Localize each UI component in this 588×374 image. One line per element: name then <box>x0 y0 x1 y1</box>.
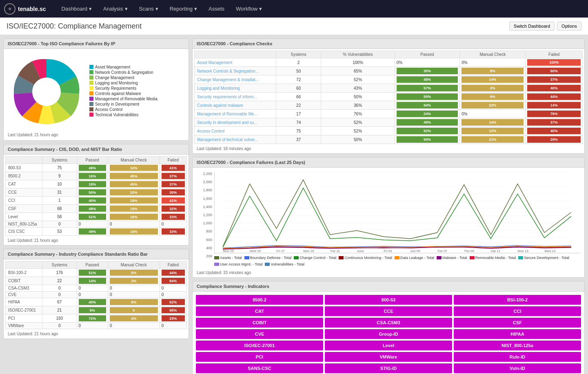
options-button[interactable]: Options <box>557 22 581 31</box>
legend-item: Access Control <box>89 107 184 112</box>
table-row: Logging and Monitoring 60 43% 57% 2% 40% <box>195 84 583 93</box>
indicator-button[interactable]: CVE <box>196 329 323 339</box>
svg-text:Jun 05: Jun 05 <box>410 249 420 253</box>
table-row: Asset Management 2 100% 0% 0% 100% <box>195 58 583 67</box>
table-row: CCI 1 40% 19% 41% <box>6 197 187 205</box>
industry-last-updated: Last Updated: 21 hours ago <box>4 331 189 339</box>
pie-chart-title: ISO/IEC27000 - Top ISO Compliance Failur… <box>4 39 189 49</box>
table-row: 800-53 75 49% 10% 41% <box>6 164 187 172</box>
svg-point-1 <box>32 77 61 106</box>
legend-item: Technical Vulnerabilities <box>89 113 184 117</box>
indicator-button[interactable]: PCI <box>196 352 323 362</box>
table-row: Security in development and su... 74 52%… <box>195 118 583 127</box>
table-row: CAT 10 18% 45% 37% <box>6 180 187 188</box>
svg-text:June: June <box>357 249 364 253</box>
indicator-button[interactable]: VMWare <box>325 352 452 362</box>
table-row: BSI-100-2 176 51% 5% 44% <box>6 269 187 277</box>
svg-text:Tue 07: Tue 07 <box>437 249 448 253</box>
indicator-button[interactable]: HIPAA <box>454 329 581 339</box>
legend-item: Controls against Malware <box>89 91 184 96</box>
table-row: 8500.2 9 16% 45% 37% <box>6 172 187 180</box>
table-row: NIST_800-125a 0 0 0 0 <box>6 221 187 228</box>
indicators-panel: Compliance Summary - Indicators 8500.280… <box>192 281 585 374</box>
right-column: ISO/IEC27000 - Compliance Checks Systems… <box>192 38 585 374</box>
indicators-title: Compliance Summary - Indicators <box>193 281 584 292</box>
switch-dashboard-button[interactable]: Switch Dashboard <box>509 22 555 31</box>
cis-last-updated: Last Updated: 21 hours ago <box>4 237 189 245</box>
left-column: ISO/IEC27000 - Top ISO Compliance Failur… <box>3 38 189 374</box>
table-row: CSF 68 49% 19% 32% <box>6 205 187 213</box>
table-row: CSA-CSM3 0 0 0 0 <box>6 285 187 292</box>
legend-item: Management of Removable Media <box>89 97 184 101</box>
indicators-grid: 8500.2800-53BSI-100-2CATCCECCICOBITCSA-C… <box>193 292 584 374</box>
compliance-cis-panel: Compliance Summary - CIS, DOD, and NIST … <box>3 144 189 246</box>
indicator-button[interactable]: COBIT <box>196 318 323 328</box>
legend-item: Change Management <box>89 75 184 80</box>
indicator-button[interactable]: CCI <box>454 306 581 316</box>
nav-item-workflow[interactable]: Workflow▾ <box>230 0 268 18</box>
line-chart-svg: Mon 23 Wed 25 Fri 27 Mon 29 Tue 31 June … <box>214 172 580 253</box>
table-row: Security requirements of inform... 66 50… <box>195 93 583 101</box>
svg-text:Tue 31: Tue 31 <box>330 249 340 253</box>
indicator-button[interactable]: 800-53 <box>325 295 452 305</box>
indicator-button[interactable]: CSA-CSM3 <box>325 318 452 328</box>
pie-last-updated: Last Updated: 21 hours ago <box>4 133 189 140</box>
svg-text:Thu 09: Thu 09 <box>464 249 474 253</box>
svg-text:Fri 27: Fri 27 <box>276 249 285 253</box>
indicator-button[interactable]: CAT <box>196 306 323 316</box>
table-row: Network Controls & Segregation... 50 65%… <box>195 67 583 75</box>
table-row: Management of technical vulner... 37 50%… <box>195 135 583 144</box>
svg-text:Mon 13: Mon 13 <box>518 249 529 253</box>
compliance-cis-title: Compliance Summary - CIS, DOD, and NIST … <box>4 144 189 155</box>
indicator-button[interactable]: 8500.2 <box>196 295 323 305</box>
legend-item: Security in Development <box>89 102 184 106</box>
table-row: Level 58 51% 16% 33% <box>6 213 187 221</box>
table-row: CCE 31 50% 20% 30% <box>6 188 187 197</box>
pie-chart-panel: ISO/IEC27000 - Top ISO Compliance Failur… <box>3 38 189 141</box>
indicator-button[interactable]: CSF <box>454 318 581 328</box>
indicator-button[interactable]: ISO/IEC-27001 <box>196 341 323 350</box>
indicator-button[interactable]: SANS-CSC <box>196 363 323 373</box>
table-row: ISO/IEC-27001 21 5% 0 95% <box>6 306 187 314</box>
table-row: Management of Removable Me... 17 76% 24%… <box>195 110 583 118</box>
svg-text:Sat 11: Sat 11 <box>491 249 501 253</box>
table-row: Controls against malware 22 36% 64% 22% … <box>195 101 583 110</box>
compliance-checks-title: ISO/IEC27000 - Compliance Checks <box>193 39 584 49</box>
page-title: ISO/IEC27000: Compliance Management <box>7 22 142 31</box>
chart-legend: Assets - Total Boundary Defense - Total … <box>214 256 580 266</box>
table-row: COBIT 22 14% 2% 84% <box>6 277 187 285</box>
chart-last-updated: Last Updated: 33 minutes ago <box>193 270 584 277</box>
indicator-button[interactable]: Group-ID <box>325 329 452 339</box>
cc-last-updated: Last Updated: 18 minutes ago <box>193 146 584 153</box>
main-content: ISO/IEC27000 - Top ISO Compliance Failur… <box>0 35 588 374</box>
table-row: Access Control 75 52% 52% 12% 40% <box>195 127 583 135</box>
pie-chart <box>8 53 85 128</box>
nav-item-assets[interactable]: Assets <box>203 0 230 18</box>
compliance-failures-title: ISO/IEC27000 - Compliance Failures (Last… <box>193 157 584 168</box>
indicator-button[interactable]: Vuln-ID <box>454 363 581 373</box>
svg-text:Mon 29: Mon 29 <box>303 249 314 253</box>
table-row: HIPAA 67 40% 8% 52% <box>6 298 187 306</box>
table-row: Change Management & Installat... 72 52% … <box>195 75 583 84</box>
compliance-industry-panel: Compliance Summary - Industry Compliance… <box>3 249 189 339</box>
legend-item: Network Controls & Segregation <box>89 70 184 75</box>
nav-item-dashboard[interactable]: Dashboard▾ <box>55 0 98 18</box>
nav-item-scans[interactable]: Scans▾ <box>133 0 164 18</box>
compliance-cis-table: Systems Passed Manual Check Failed 800-5… <box>5 156 187 236</box>
table-row: PCI 193 72% 4% 23% <box>6 314 187 323</box>
pie-legend: Asset ManagementNetwork Controls & Segre… <box>89 65 184 117</box>
indicator-button[interactable]: NIST_800-125a <box>454 341 581 350</box>
nav-item-analysis[interactable]: Analysis▾ <box>98 0 133 18</box>
compliance-failures-panel: ISO/IEC27000 - Compliance Failures (Last… <box>192 157 585 278</box>
logo[interactable]: ◇ tenable.sc <box>4 3 46 15</box>
legend-item: Logging and Monitoring <box>89 81 184 85</box>
nav-item-reporting[interactable]: Reporting▾ <box>164 0 203 18</box>
indicator-button[interactable]: CCE <box>325 306 452 316</box>
legend-item: Security Requirements <box>89 86 184 91</box>
indicator-button[interactable]: Level <box>325 341 452 350</box>
indicator-button[interactable]: Rule-ID <box>454 352 581 362</box>
indicator-button[interactable]: BSI-100-2 <box>454 295 581 305</box>
compliance-industry-title: Compliance Summary - Industry Compliance… <box>4 249 189 259</box>
svg-text:Fri 03: Fri 03 <box>384 249 392 253</box>
indicator-button[interactable]: STIG-ID <box>325 363 452 373</box>
